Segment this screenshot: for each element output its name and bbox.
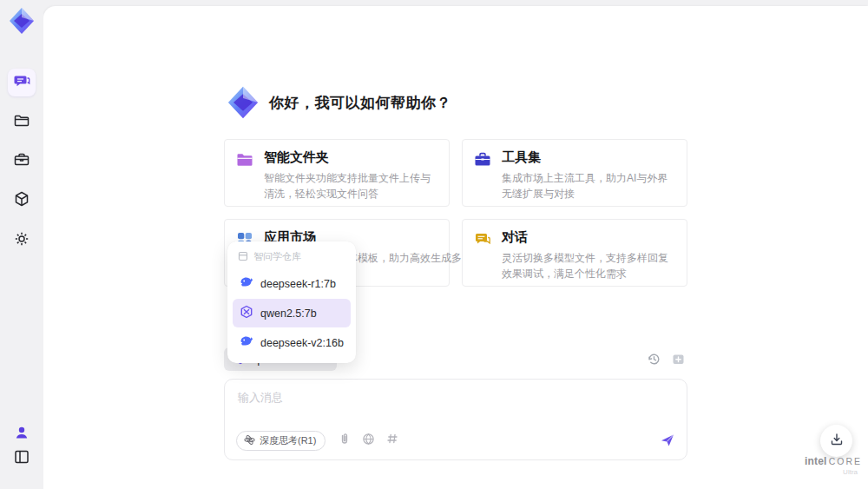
qwen-icon <box>240 305 253 321</box>
model-dropdown: 智问学仓库 deepseek-r1:7b q <box>227 241 356 363</box>
gear-icon <box>13 230 30 251</box>
core-brand-text: CORE <box>829 456 862 466</box>
message-composer: 深度思考(R1) <box>224 379 687 460</box>
paperclip-icon[interactable] <box>339 433 351 448</box>
chat-bubble-icon <box>473 229 494 276</box>
model-option-qwen[interactable]: qwen2.5:7b <box>233 299 351 327</box>
model-dropdown-header: 智问学仓库 <box>233 248 351 268</box>
card-smart-folder[interactable]: 智能文件夹 智能文件夹功能支持批量文件上传与清洗，轻松实现文件问答 <box>224 139 450 207</box>
message-input[interactable] <box>236 388 674 428</box>
deepseek-whale-icon <box>240 275 253 292</box>
composer-toolbar: 深度思考(R1) <box>236 430 675 451</box>
intel-core-badge: intelCORE Ultra <box>800 455 866 476</box>
model-dropdown-header-label: 智问学仓库 <box>253 250 301 263</box>
card-description: 灵活切换多模型文件，支持多样回复效果调试，满足个性化需求 <box>502 250 676 281</box>
user-icon <box>13 424 30 445</box>
sidebar-item-panel-toggle[interactable] <box>8 445 36 472</box>
download-button[interactable] <box>820 425 852 457</box>
card-toolset[interactable]: 工具集 集成市场上主流工具，助力AI与外界无缝扩展与对接 <box>462 139 687 207</box>
deep-think-label: 深度思考(R1) <box>260 434 316 447</box>
sidebar-item-chat[interactable] <box>8 69 36 96</box>
send-icon[interactable] <box>660 433 675 448</box>
model-option-deepseek-v2[interactable]: deepseek-v2:16b <box>233 328 351 357</box>
model-option-label: deepseek-v2:16b <box>260 337 344 349</box>
cube-icon <box>13 190 30 211</box>
history-icon[interactable] <box>647 352 661 370</box>
folder-icon <box>235 149 256 196</box>
app-logo-icon <box>224 83 262 122</box>
chat-icon <box>13 72 30 93</box>
new-chat-icon[interactable] <box>671 352 686 370</box>
sidebar-item-toolbox[interactable] <box>8 148 36 175</box>
briefcase-icon <box>473 149 494 196</box>
card-title: 工具集 <box>502 149 676 166</box>
greeting: 你好，我可以如何帮助你？ <box>224 83 451 122</box>
greeting-text: 你好，我可以如何帮助你？ <box>269 93 451 113</box>
briefcase-icon <box>13 151 30 172</box>
sidebar-item-models[interactable] <box>8 187 36 215</box>
deepseek-whale-icon <box>240 334 253 351</box>
model-option-label: deepseek-r1:7b <box>260 278 336 290</box>
atom-icon <box>244 434 255 447</box>
panel-layout-icon <box>13 448 30 469</box>
intel-brand-text: intel <box>805 455 827 467</box>
globe-icon[interactable] <box>362 433 375 449</box>
card-description: 集成市场上主流工具，助力AI与外界无缝扩展与对接 <box>502 170 676 202</box>
sidebar-item-folders[interactable] <box>8 109 36 136</box>
hash-icon[interactable] <box>386 433 398 448</box>
model-option-deepseek-r1[interactable]: deepseek-r1:7b <box>233 269 351 298</box>
card-dialogue[interactable]: 对话 灵活切换多模型文件，支持多样回复效果调试，满足个性化需求 <box>462 219 687 287</box>
sidebar-item-settings[interactable] <box>8 227 36 254</box>
main-panel: 你好，我可以如何帮助你？ 智能文件夹 智能文件夹功能支持批量文件上传与清洗，轻松… <box>43 6 868 489</box>
repo-icon <box>238 251 248 263</box>
deep-think-toggle[interactable]: 深度思考(R1) <box>236 431 326 451</box>
sidebar <box>0 0 43 489</box>
app-logo-icon[interactable] <box>6 5 37 36</box>
model-option-label: qwen2.5:7b <box>260 307 317 320</box>
folder-icon <box>13 112 30 133</box>
card-title: 智能文件夹 <box>264 149 438 166</box>
card-title: 对话 <box>502 229 676 246</box>
ultra-brand-text: Ultra <box>800 468 858 476</box>
card-description-partial: 本模板，助力高效生成多 <box>347 250 462 266</box>
card-description: 智能文件夹功能支持批量文件上传与清洗，轻松实现文件问答 <box>264 170 438 202</box>
download-icon <box>829 432 845 451</box>
